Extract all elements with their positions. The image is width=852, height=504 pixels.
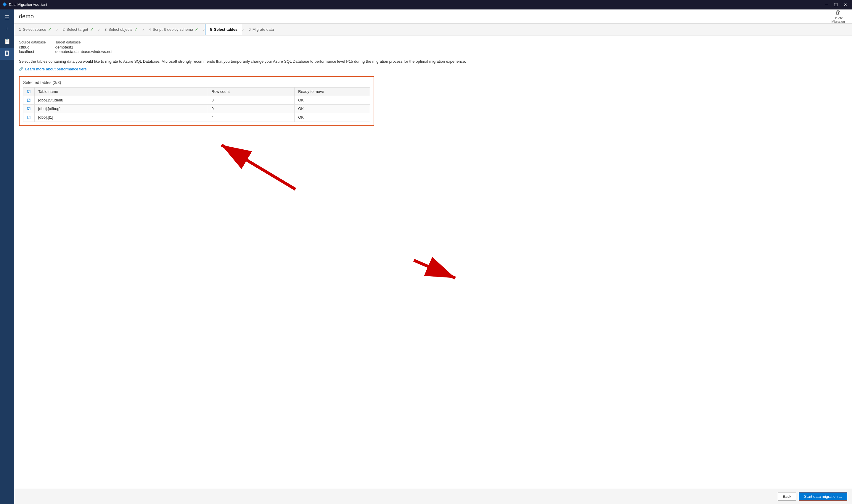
delete-migration-label: DeleteMigration: [832, 16, 845, 23]
row-checkbox[interactable]: ☑: [23, 104, 35, 113]
target-db-name: demotest1: [55, 45, 73, 49]
main-content: demo 🗑 DeleteMigration 1 Select source ✓…: [14, 10, 852, 504]
col-ready: Ready to move: [295, 87, 370, 96]
source-db-label: Source database: [19, 40, 46, 44]
row-ready: OK: [295, 113, 370, 122]
step-6-label: Migrate data: [253, 27, 274, 32]
row-table-name: [dbo].[Student]: [35, 96, 208, 104]
step-2-check: ✓: [90, 27, 93, 32]
step-1-num: 1: [19, 27, 21, 32]
sidebar-item-document[interactable]: 📋: [0, 35, 14, 48]
step-4[interactable]: 4 Script & deploy schema ✓: [144, 24, 203, 35]
learn-more-link[interactable]: Learn more about performance tiers: [25, 67, 86, 71]
external-link-icon: 🔗: [19, 67, 23, 71]
title-bar-title: Data Migration Assistant: [9, 3, 823, 7]
row-ready: OK: [295, 96, 370, 104]
step-4-num: 4: [149, 27, 151, 32]
sidebar-item-database[interactable]: 🗄: [0, 48, 14, 60]
description-text: Select the tables containing data you wo…: [19, 58, 847, 65]
row-count: 4: [208, 113, 295, 122]
app-window: 🔷 Data Migration Assistant ─ ❐ ✕ ☰ + 📋 🗄…: [0, 0, 852, 504]
step-5-num: 5: [210, 27, 212, 32]
start-migration-button[interactable]: Start data migration ...: [799, 492, 847, 501]
tables-table: ☑ Table name Row count Ready to move ☑ […: [23, 87, 370, 122]
sidebar: ☰ + 📋 🗄: [0, 10, 14, 504]
row-checkbox[interactable]: ☑: [23, 96, 35, 104]
footer-bar: Back Start data migration ...: [14, 489, 852, 504]
row-table-name: [dbo].[t1]: [35, 113, 208, 122]
source-db-host: localhost: [19, 49, 34, 54]
step-5-label: Select tables: [214, 27, 238, 32]
row-checkbox[interactable]: ☑: [23, 113, 35, 122]
step-3-label: Select objects: [108, 27, 132, 32]
sidebar-item-plus[interactable]: +: [0, 23, 14, 35]
step-5[interactable]: 5 Select tables: [205, 24, 242, 35]
step-1-check: ✓: [48, 27, 52, 32]
step-6[interactable]: 6 Migrate data: [244, 24, 279, 35]
row-count: 0: [208, 104, 295, 113]
step-2[interactable]: 2 Select target ✓: [58, 24, 98, 35]
target-db-label: Target database: [55, 40, 112, 44]
app-header: demo 🗑 DeleteMigration: [14, 10, 852, 24]
row-table-name: [dbo].[ctfbug]: [35, 104, 208, 113]
svg-line-2: [414, 260, 455, 278]
step-1[interactable]: 1 Select source ✓: [14, 24, 56, 35]
title-bar-controls: ─ ❐ ✕: [823, 2, 850, 7]
step-6-num: 6: [249, 27, 251, 32]
target-db-info: Target database demotest1 demotesta.data…: [55, 40, 112, 54]
header-checkbox[interactable]: ☑: [27, 89, 31, 94]
app-body: ☰ + 📋 🗄 demo 🗑 DeleteMigration 1 Select …: [0, 10, 852, 504]
db-info-row: Source database ctfbug localhost Target …: [19, 40, 847, 54]
table-row: ☑ [dbo].[Student] 0 OK: [23, 96, 370, 104]
col-row-count: Row count: [208, 87, 295, 96]
source-db-name: ctfbug: [19, 45, 29, 49]
step-1-label: Select source: [23, 27, 46, 32]
delete-icon: 🗑: [835, 10, 841, 16]
content-area: Source database ctfbug localhost Target …: [14, 36, 852, 489]
app-icon: 🔷: [2, 2, 7, 7]
step-3-num: 3: [104, 27, 107, 32]
close-button[interactable]: ✕: [841, 2, 850, 7]
table-header-row: ☑ Table name Row count Ready to move: [23, 87, 370, 96]
col-checkbox: ☑: [23, 87, 35, 96]
step-3-check: ✓: [134, 27, 138, 32]
learn-more-row: 🔗 Learn more about performance tiers: [19, 67, 847, 71]
col-table-name: Table name: [35, 87, 208, 96]
table-row: ☑ [dbo].[ctfbug] 0 OK: [23, 104, 370, 113]
table-row: ☑ [dbo].[t1] 4 OK: [23, 113, 370, 122]
row-ready: OK: [295, 104, 370, 113]
step-2-label: Select target: [67, 27, 88, 32]
minimize-button[interactable]: ─: [823, 2, 830, 7]
restore-button[interactable]: ❐: [832, 2, 840, 7]
step-4-check: ✓: [195, 27, 198, 32]
target-db-host: demotesta.database.windows.net: [55, 49, 112, 54]
tables-section-title: Selected tables (3/3): [23, 80, 370, 85]
row-count: 0: [208, 96, 295, 104]
title-bar: 🔷 Data Migration Assistant ─ ❐ ✕: [0, 0, 852, 10]
delete-migration-button[interactable]: 🗑 DeleteMigration: [829, 10, 847, 24]
back-button[interactable]: Back: [778, 492, 796, 501]
tables-section: Selected tables (3/3) ☑ Table name Row c…: [19, 76, 374, 126]
step-3[interactable]: 3 Select objects ✓: [100, 24, 142, 35]
menu-button[interactable]: ☰: [0, 12, 14, 23]
app-title: demo: [19, 13, 829, 20]
wizard-steps: 1 Select source ✓ › 2 Select target ✓ › …: [14, 24, 852, 36]
step-2-num: 2: [63, 27, 65, 32]
source-db-info: Source database ctfbug localhost: [19, 40, 46, 54]
step-4-label: Script & deploy schema: [153, 27, 193, 32]
svg-line-1: [222, 145, 295, 189]
